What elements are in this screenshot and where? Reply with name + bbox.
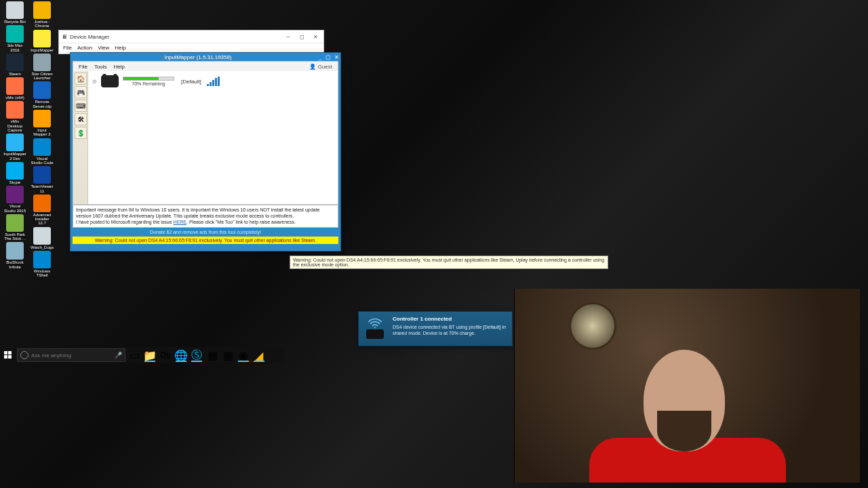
controller-connected-toast[interactable]: Controller 1 connected DS4 device connec… — [358, 311, 513, 346]
maximize-button[interactable]: ◻ — [296, 34, 307, 40]
device-manager-window[interactable]: 🖥 Device Manager ─ ◻ ✕ FileActionViewHel… — [58, 30, 324, 54]
desktop-icon[interactable]: Remote Server.rdp — [30, 81, 54, 108]
user-guest[interactable]: 👤 Guest — [309, 64, 332, 70]
taskbar-skype[interactable]: Ⓢ — [190, 348, 203, 362]
announcement-line2a: I have posted to Microsoft regarding the… — [76, 220, 174, 224]
window-title: InputMapper (1.5.31.19358) — [80, 54, 316, 60]
maximize-button[interactable]: ▢ — [324, 53, 332, 61]
desktop-icons: Recycle Bin3ds Max 2016SteamvMix (x64)vM… — [3, 1, 54, 278]
desktop-icon[interactable]: Skype — [3, 162, 27, 184]
announcement-box: Important message from IM to Windows 10 … — [73, 205, 338, 228]
menu-file[interactable]: File — [79, 64, 87, 70]
sidebar: 🏠 🎮 ⌨ 🛠 💲 — [73, 71, 88, 204]
announcement-line1: Important message from IM to Windows 10 … — [76, 207, 319, 218]
cortana-icon — [20, 351, 28, 359]
desktop-icon[interactable]: Visual Studio 2015 — [3, 186, 27, 213]
svg-point-0 — [374, 327, 376, 328]
desktop-icon[interactable]: vMix Desktop Capture — [3, 101, 27, 132]
desktop-icon[interactable]: Recycle Bin — [3, 1, 27, 24]
desktop-icon[interactable]: Star Citizen Launcher — [30, 54, 54, 81]
user-label: Guest — [318, 64, 332, 70]
close-button[interactable]: ✕ — [332, 53, 340, 61]
desktop-icon[interactable]: Visual Studio Code — [30, 138, 54, 165]
desktop-icon[interactable]: Watch_Dogs — [30, 227, 54, 249]
taskbar-chrome[interactable]: 🌐 — [174, 348, 188, 362]
taskbar-inputmapper[interactable]: ◢ — [252, 348, 266, 362]
signal-icon — [207, 77, 220, 86]
taskbar: 🎤 ▭ 📁 🛍 🌐 Ⓢ ▦ ▦ ◉ ◢ — [0, 347, 285, 363]
chevron-expand-icon[interactable]: ⊙ — [92, 79, 97, 85]
donate-banner[interactable]: Donate $2 and remove ads from this tool … — [71, 228, 340, 237]
minimize-button[interactable]: ─ — [283, 34, 294, 40]
windows-icon — [4, 351, 12, 359]
taskbar-app1[interactable]: ▦ — [205, 348, 219, 362]
menu-file[interactable]: File — [63, 45, 72, 51]
warning-banner: Warning: Could not open DS4 A4:15:66:65:… — [73, 237, 338, 244]
sidebar-controllers-button[interactable]: 🎮 — [75, 86, 87, 98]
start-button[interactable] — [1, 348, 15, 362]
desktop-icon[interactable]: Advanced Installer 12.7 — [30, 195, 54, 226]
profile-label[interactable]: [Default] — [181, 79, 201, 85]
desktop-icon[interactable]: South Park The Stick ... — [3, 214, 27, 241]
desktop-icon[interactable]: Steam — [3, 54, 27, 76]
desktop-icon[interactable]: InputMapper 2 Dev — [3, 134, 27, 161]
user-icon: 👤 — [309, 64, 316, 70]
sidebar-donate-button[interactable]: 💲 — [75, 127, 87, 139]
desktop-icon[interactable]: Joshua - Chrome — [30, 1, 54, 28]
menu-help[interactable]: Help — [114, 64, 125, 70]
desktop-icon[interactable]: Windows TShell — [30, 251, 54, 278]
mic-icon[interactable]: 🎤 — [115, 352, 122, 359]
sidebar-home-button[interactable]: 🏠 — [75, 73, 87, 85]
svg-rect-3 — [4, 355, 7, 359]
toast-body: DS4 device connected via BT using profil… — [393, 324, 508, 336]
controller-icon — [366, 329, 384, 339]
minimize-button[interactable]: _ — [316, 53, 324, 61]
wifi-icon — [368, 319, 382, 328]
announcement-line2b: . Please click "Me Too" link to help rai… — [186, 220, 296, 224]
taskbar-app2[interactable]: ▦ — [221, 348, 235, 362]
taskbar-steam[interactable]: ◉ — [237, 348, 250, 362]
toast-title: Controller 1 connected — [393, 316, 508, 323]
warning-tooltip: Warning: Could not open DS4 A4:15:66:65:… — [290, 256, 608, 269]
svg-rect-2 — [8, 351, 12, 354]
close-button[interactable]: ✕ — [310, 34, 321, 40]
sidebar-macros-button[interactable]: ⌨ — [75, 100, 87, 112]
sidebar-settings-button[interactable]: 🛠 — [75, 113, 87, 125]
inputmapper-window[interactable]: InputMapper (1.5.31.19358) _ ▢ ✕ File To… — [70, 52, 341, 251]
menu-action[interactable]: Action — [77, 45, 92, 51]
webcam-overlay — [514, 289, 860, 483]
taskbar-file-explorer[interactable]: 📁 — [143, 348, 157, 362]
svg-rect-4 — [8, 355, 12, 359]
battery-bar — [123, 77, 174, 81]
desktop-icon[interactable]: InputMapper — [30, 30, 54, 52]
desktop-icon[interactable]: vMix (x64) — [3, 77, 27, 100]
cortana-search[interactable]: 🎤 — [17, 348, 125, 362]
search-input[interactable] — [31, 352, 112, 359]
desktop-icon[interactable]: 3ds Max 2016 — [3, 25, 27, 52]
taskbar-store[interactable]: 🛍 — [159, 348, 172, 362]
desktop-icon[interactable]: TeamViewer 11 — [30, 166, 54, 193]
announcement-link[interactable]: HERE — [174, 220, 186, 224]
desktop-icon[interactable]: Input Mapper 2 — [30, 110, 54, 137]
battery-label: 70% Remaining — [132, 81, 165, 86]
task-view-button[interactable]: ▭ — [127, 348, 141, 362]
device-row[interactable]: ⊙ 70% Remaining [Default] — [92, 75, 334, 87]
controller-icon — [101, 75, 119, 87]
desktop-icon[interactable]: BioShock Infinite — [3, 242, 27, 269]
menu-view[interactable]: View — [98, 45, 109, 51]
window-title: Device Manager — [70, 34, 109, 40]
svg-rect-1 — [4, 351, 7, 354]
content-area: ⊙ 70% Remaining [Default] — [88, 71, 338, 204]
app-icon: 🖥 — [62, 34, 67, 40]
menu-help[interactable]: Help — [115, 45, 125, 51]
menu-tools[interactable]: Tools — [94, 64, 107, 70]
